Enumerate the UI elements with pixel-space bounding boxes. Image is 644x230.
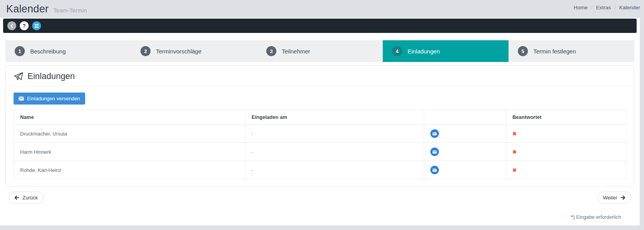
step-number-badge: 5 xyxy=(518,46,528,56)
panel-title-row: Einladungen xyxy=(6,71,634,86)
zurueck-label: Zurück xyxy=(22,195,38,201)
panel-title: Einladungen xyxy=(27,71,75,81)
send-mail-button[interactable] xyxy=(430,129,439,138)
table-row: Harm Hinnerk - ✖ xyxy=(14,143,626,161)
send-invitations-button[interactable]: Einladungen versenden xyxy=(14,93,85,105)
required-note: *) Eingabe erforderlich xyxy=(0,214,640,220)
weiter-label: Weiter xyxy=(603,195,617,201)
weiter-button[interactable]: Weiter xyxy=(597,192,631,204)
arrow-left-icon xyxy=(14,195,19,200)
breadcrumb-separator: / xyxy=(591,5,593,10)
breadcrumb: Home / Extras / Kalender xyxy=(574,5,640,10)
table-row: Druckmacher, Ursula - ✖ xyxy=(14,125,626,143)
einladungen-panel: Einladungen Einladungen versenden Name E… xyxy=(5,65,634,187)
step-teilnehmer[interactable]: 3 Teilnehmer xyxy=(257,40,383,62)
participant-name: Harm Hinnerk xyxy=(14,143,245,161)
chevron-left-icon xyxy=(10,24,14,28)
step-terminvorschlaege[interactable]: 2 Terminvorschläge xyxy=(131,40,257,62)
step-label: Beschreibung xyxy=(30,48,66,55)
toolbar: ? xyxy=(3,19,637,33)
column-header-actions xyxy=(424,110,506,125)
step-label: Teilnehmer xyxy=(282,48,310,55)
step-termin-festlegen[interactable]: 5 Termin festlegen xyxy=(509,40,634,62)
zurueck-button[interactable]: Zurück xyxy=(9,192,44,204)
invited-at: - xyxy=(245,125,424,143)
send-invitations-label: Einladungen versenden xyxy=(27,96,80,101)
calendar-wizard-page: Kalender Team-Termin Home / Extras / Kal… xyxy=(0,0,644,230)
required-note-text: ) Eingabe erforderlich xyxy=(573,214,621,220)
step-label: Terminvorschläge xyxy=(156,48,202,55)
step-number-badge: 3 xyxy=(266,46,276,56)
content-sheet: ? 1 Beschreibung 2 Terminvorschläge 3 Te… xyxy=(0,18,640,225)
breadcrumb-kalender[interactable]: Kalender xyxy=(619,5,640,10)
page-subtitle: Team-Termin xyxy=(53,7,87,14)
table-header-row: Name Eingeladen am Beantwortet xyxy=(14,110,626,125)
step-beschreibung[interactable]: 1 Beschreibung xyxy=(5,40,131,62)
table-row: Rohde, Karl-Heinz - ✖ xyxy=(14,161,626,179)
not-answered-icon: ✖ xyxy=(512,131,517,137)
wizard-footer: Zurück Weiter xyxy=(9,192,631,204)
breadcrumb-home[interactable]: Home xyxy=(574,5,587,10)
not-answered-icon: ✖ xyxy=(512,149,517,155)
invited-at: - xyxy=(245,161,424,179)
menu-button[interactable] xyxy=(32,21,41,30)
question-mark-icon: ? xyxy=(23,23,26,29)
column-header-name: Name xyxy=(14,110,245,125)
page-header: Kalender Team-Termin Home / Extras / Kal… xyxy=(0,0,644,18)
step-label: Einladungen xyxy=(408,48,440,55)
paper-plane-icon xyxy=(14,72,23,81)
step-einladungen-active[interactable]: 4 Einladungen xyxy=(383,40,509,62)
panel-body: Einladungen versenden Name Eingeladen am… xyxy=(6,86,634,179)
invited-at: - xyxy=(245,143,424,161)
not-answered-icon: ✖ xyxy=(512,167,517,173)
invitations-table: Name Eingeladen am Beantwortet Druckmach… xyxy=(14,110,626,179)
step-label: Termin festlegen xyxy=(533,48,576,55)
send-mail-button[interactable] xyxy=(430,148,439,156)
help-button[interactable]: ? xyxy=(20,21,29,30)
hamburger-icon xyxy=(34,24,39,28)
step-number-badge: 2 xyxy=(140,46,151,56)
page-title: Kalender xyxy=(6,3,49,15)
step-number-badge: 1 xyxy=(15,46,25,56)
envelope-icon xyxy=(19,96,24,101)
column-header-invited: Eingeladen am xyxy=(245,110,424,125)
breadcrumb-extras[interactable]: Extras xyxy=(596,5,611,10)
wizard-stepper: 1 Beschreibung 2 Terminvorschläge 3 Teil… xyxy=(5,40,634,62)
breadcrumb-separator: / xyxy=(614,5,616,10)
participant-name: Rohde, Karl-Heinz xyxy=(14,161,245,179)
column-header-answered: Beantwortet xyxy=(506,110,626,125)
step-number-badge: 4 xyxy=(392,46,402,56)
arrow-right-icon xyxy=(620,195,625,200)
participant-name: Druckmacher, Ursula xyxy=(14,125,245,143)
back-button[interactable] xyxy=(7,21,16,30)
send-mail-button[interactable] xyxy=(430,166,439,174)
